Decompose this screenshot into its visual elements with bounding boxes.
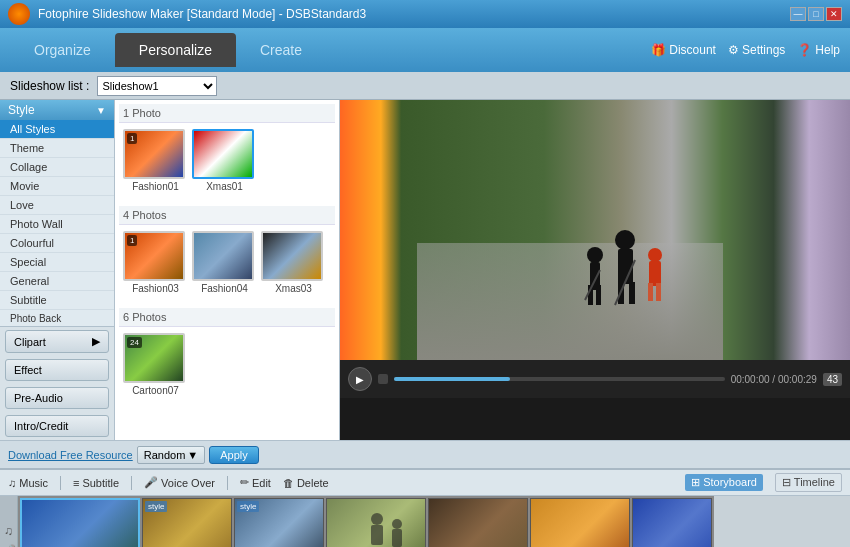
storyboard-area: ♫ 🎤 0:00:11 style 0:00:00 style 0:00:02 … <box>0 496 850 547</box>
category-movie[interactable]: Movie <box>0 177 114 196</box>
side-controls: ♫ 🎤 <box>0 496 18 547</box>
svg-rect-10 <box>649 261 661 286</box>
tab-personalize[interactable]: Personalize <box>115 33 236 67</box>
category-general[interactable]: General <box>0 272 114 291</box>
gift-icon: 🎁 <box>651 43 666 57</box>
pre-audio-button[interactable]: Pre-Audio <box>5 387 109 409</box>
style-xmas01[interactable]: Xmas01 <box>192 129 257 192</box>
storyboard-button[interactable]: ⊞ Storyboard <box>685 474 763 491</box>
tab-create[interactable]: Create <box>236 33 326 67</box>
style-thumb-img-fashion04 <box>192 231 254 281</box>
styles-row-4photos: 1 Fashion03 Fashion04 Xmas03 <box>119 225 335 300</box>
divider <box>131 476 132 490</box>
slideshow-select[interactable]: Slideshow1 <box>97 76 217 96</box>
timeline-button[interactable]: ⊟ Timeline <box>775 473 842 492</box>
music-icon: ♫ <box>8 477 16 489</box>
chevron-down-icon: ▼ <box>96 105 106 116</box>
maximize-button[interactable]: □ <box>808 7 824 21</box>
svg-point-15 <box>371 513 383 525</box>
storyboard-item-7[interactable]: 0:00:06 <box>632 498 712 547</box>
style-fashion01[interactable]: 1 Fashion01 <box>123 129 188 192</box>
svg-rect-6 <box>618 249 633 284</box>
section-6photos: 6 Photos 24 Cartoon07 <box>115 304 339 406</box>
style-label-xmas03: Xmas03 <box>261 283 326 294</box>
svg-point-17 <box>392 519 402 529</box>
subtitle-button[interactable]: ≡ Subtitle <box>73 477 119 489</box>
progress-bar[interactable] <box>394 377 725 381</box>
delete-button[interactable]: 🗑 Delete <box>283 477 329 489</box>
category-love[interactable]: Love <box>0 196 114 215</box>
edit-icon: ✏ <box>240 476 249 489</box>
intro-credit-button[interactable]: Intro/Credit <box>5 415 109 437</box>
subtitle-icon: ≡ <box>73 477 79 489</box>
voiceover-button[interactable]: 🎤 Voice Over <box>144 476 215 489</box>
storyboard-item-6[interactable] <box>530 498 630 547</box>
category-photo-back[interactable]: Photo Back <box>0 310 114 327</box>
clipart-button[interactable]: Clipart ▶ <box>5 330 109 353</box>
svg-rect-8 <box>629 282 635 304</box>
section-label-6photos: 6 Photos <box>119 308 335 327</box>
thumb-badge: 1 <box>127 235 137 246</box>
category-all-styles[interactable]: All Styles <box>0 120 114 139</box>
category-colourful[interactable]: Colourful <box>0 234 114 253</box>
bottom-toolbar: ♫ Music ≡ Subtitle 🎤 Voice Over ✏ Edit 🗑… <box>0 470 850 496</box>
style-cartoon07[interactable]: 24 Cartoon07 <box>123 333 188 396</box>
left-panel: Style ▼ All Styles Theme Collage Movie L… <box>0 100 115 440</box>
tab-organize[interactable]: Organize <box>10 33 115 67</box>
section-4photos: 4 Photos 1 Fashion03 Fashion04 Xmas03 <box>115 202 339 304</box>
effect-button[interactable]: Effect <box>5 359 109 381</box>
settings-button[interactable]: ⚙ Settings <box>728 43 785 57</box>
styles-row-6photos: 24 Cartoon07 <box>119 327 335 402</box>
story-people-icon <box>327 499 425 547</box>
style-xmas03[interactable]: Xmas03 <box>261 231 326 294</box>
preview-panel: ▶ 00:00:00 / 00:00:29 43 <box>340 100 850 440</box>
svg-rect-16 <box>371 525 383 545</box>
divider <box>60 476 61 490</box>
close-button[interactable]: ✕ <box>826 7 842 21</box>
storyboard-item-3[interactable]: style 0:00:02 <box>234 498 324 547</box>
storyboard-icon: ⊞ <box>691 476 700 488</box>
storyboard-item-1[interactable]: 0:00:11 <box>20 498 140 547</box>
storyboard-item-2[interactable]: style 0:00:00 <box>142 498 232 547</box>
discount-button[interactable]: 🎁 Discount <box>651 43 716 57</box>
section-label-1photo: 1 Photo <box>119 104 335 123</box>
svg-rect-12 <box>656 283 661 301</box>
section-1photo: 1 Photo 1 Fashion01 Xmas01 <box>115 100 339 202</box>
action-row: Download Free Resource Random ▼ Apply <box>0 440 850 468</box>
slideshow-bar: Slideshow list : Slideshow1 <box>0 72 850 100</box>
category-special[interactable]: Special <box>0 253 114 272</box>
gear-icon: ⚙ <box>728 43 739 57</box>
edit-button[interactable]: ✏ Edit <box>240 476 271 489</box>
apply-button[interactable]: Apply <box>209 446 259 464</box>
style-fashion04[interactable]: Fashion04 <box>192 231 257 294</box>
play-button[interactable]: ▶ <box>348 367 372 391</box>
style-categories: Style ▼ All Styles Theme Collage Movie L… <box>0 100 114 327</box>
music-side-icon: ♫ <box>4 524 13 538</box>
svg-rect-18 <box>392 529 402 547</box>
music-button[interactable]: ♫ Music <box>8 477 48 489</box>
style-thumb-img-xmas03 <box>261 231 323 281</box>
download-link[interactable]: Download Free Resource <box>8 449 133 461</box>
svg-rect-0 <box>340 100 850 360</box>
story-label-3: style <box>237 501 259 512</box>
category-collage[interactable]: Collage <box>0 158 114 177</box>
bottom-section: ♫ Music ≡ Subtitle 🎤 Voice Over ✏ Edit 🗑… <box>0 468 850 547</box>
stop-button[interactable] <box>378 374 388 384</box>
minimize-button[interactable]: — <box>790 7 806 21</box>
style-fashion03[interactable]: 1 Fashion03 <box>123 231 188 294</box>
arrow-right-icon: ▶ <box>92 335 100 348</box>
top-nav: Organize Personalize Create 🎁 Discount ⚙… <box>0 28 850 72</box>
category-photo-wall[interactable]: Photo Wall <box>0 215 114 234</box>
preview-background <box>340 100 850 360</box>
window-controls: — □ ✕ <box>790 7 842 21</box>
storyboard-item-5[interactable] <box>428 498 528 547</box>
category-subtitle[interactable]: Subtitle <box>0 291 114 310</box>
random-button[interactable]: Random ▼ <box>137 446 205 464</box>
help-button[interactable]: ❓ Help <box>797 43 840 57</box>
storyboard-item-4[interactable]: 0:00:19 <box>326 498 426 547</box>
category-theme[interactable]: Theme <box>0 139 114 158</box>
story-label-2: style <box>145 501 167 512</box>
progress-fill <box>394 377 510 381</box>
main-area: Style ▼ All Styles Theme Collage Movie L… <box>0 100 850 440</box>
style-thumb-img-cartoon07: 24 <box>123 333 185 383</box>
